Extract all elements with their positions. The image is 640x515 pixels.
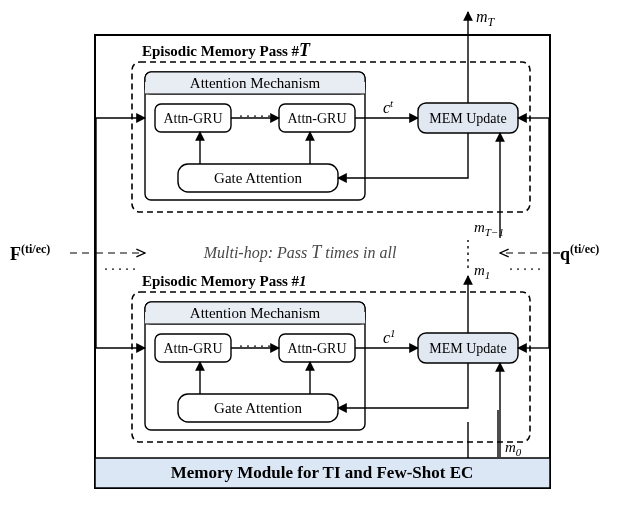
episodic-pass-bottom: Episodic Memory Pass #1 Attention Mechan… <box>96 273 549 442</box>
arrow-mem-gate-top <box>338 133 468 178</box>
ellipsis-left: . . . . . <box>104 258 136 273</box>
attention-header-label-bot: Attention Mechanism <box>190 305 321 321</box>
episodic-pass-top: Episodic Memory Pass #T Attention Mechan… <box>96 40 549 212</box>
module-title: Memory Module for TI and Few-Shot EC <box>171 463 474 482</box>
attn-gru-top-1-label: Attn-GRU <box>163 111 222 126</box>
arrow-mem-gate-bot <box>338 363 468 408</box>
ellipsis-right: . . . . . <box>509 258 541 273</box>
label-m1: m1 <box>474 262 490 281</box>
gate-attention-bot-label: Gate Attention <box>214 400 302 416</box>
attention-header-label-top: Attention Mechanism <box>190 75 321 91</box>
pass-top-title: Episodic Memory Pass #T <box>142 40 311 60</box>
mem-update-top-label: MEM Update <box>429 111 506 126</box>
input-F: F(ti/ec) <box>10 242 50 264</box>
gate-attention-top-label: Gate Attention <box>214 170 302 186</box>
label-mT: mT <box>476 8 496 29</box>
attn-gru-bot-1-label: Attn-GRU <box>163 341 222 356</box>
ct-top-label: ct <box>383 97 394 116</box>
attn-gru-top-2-label: Attn-GRU <box>287 111 346 126</box>
c1-bot-label: c1 <box>383 327 396 346</box>
multihop-text: Multi-hop: Pass T times in all <box>203 242 397 262</box>
mem-update-bot-label: MEM Update <box>429 341 506 356</box>
pass-bot-title: Episodic Memory Pass #1 <box>142 273 307 289</box>
attn-gru-bot-2-label: Attn-GRU <box>287 341 346 356</box>
input-q: q(ti/ec) <box>560 242 599 264</box>
